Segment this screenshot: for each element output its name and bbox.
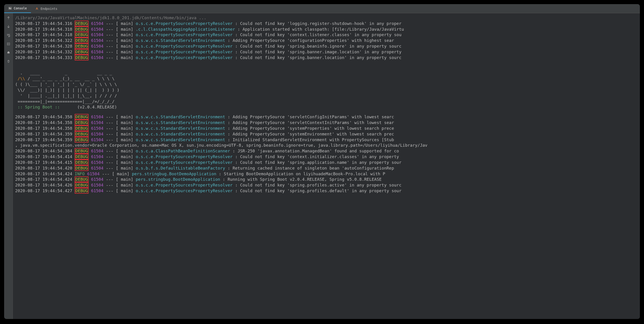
logger: .c.l.ClasspathLoggingApplicationListener (136, 27, 235, 31)
pid: 61504 (91, 120, 103, 125)
pid: 61504 (91, 166, 103, 170)
pid: 61504 (91, 114, 103, 119)
log-line: 2020-08-17 19:44:54.420 DEBUG 61504 --- … (15, 165, 638, 171)
log-level: DEBUG (75, 55, 88, 60)
log-level: DEBUG (75, 131, 88, 137)
log-level: DEBUG (75, 120, 88, 125)
log-level: DEBUG (75, 160, 88, 165)
log-level: DEBUG (75, 49, 88, 55)
timestamp: 2020-08-17 19:44:54.358 (15, 114, 75, 119)
log-level: DEBUG (75, 137, 88, 143)
message: Could not find key 'context.initializer.… (240, 154, 399, 159)
log-line: 2020-08-17 19:44:54.424 INFO 61504 --- [… (15, 171, 638, 177)
timestamp: 2020-08-17 19:44:54.424 (15, 177, 75, 182)
message: Could not find key 'spring.banner.image.… (240, 49, 401, 54)
log-level: DEBUG (75, 32, 88, 37)
message: Adding PropertySource 'systemEnvironment… (232, 132, 394, 136)
logger: o.s.w.c.s.StandardServletEnvironment (136, 137, 228, 142)
message: Application started with classpath: [fil… (242, 27, 404, 31)
scroll-down-icon[interactable] (6, 24, 11, 29)
pid: 61504 (91, 126, 103, 131)
logger: o.s.c.e.PropertySourcesPropertyResolver (136, 188, 235, 193)
message: Adding PropertySource 'servletContextIni… (232, 120, 394, 125)
message: Could not find key 'spring.banner.locati… (240, 55, 401, 60)
thread: main (118, 132, 131, 136)
thread: main (118, 49, 131, 54)
thread: main (114, 171, 127, 176)
log-line: 2020-08-17 19:44:54.358 DEBUG 61504 --- … (15, 114, 638, 120)
timestamp: 2020-08-17 19:44:54.359 (15, 137, 75, 142)
pid: 61504 (91, 177, 103, 182)
command-line: /Library/Java/JavaVirtualMachines/jdk1.8… (15, 15, 638, 21)
logger: o.s.w.c.s.StandardServletEnvironment (136, 120, 228, 125)
log-line: 2020-08-17 19:44:54.358 DEBUG 61504 --- … (15, 126, 638, 131)
log-level: DEBUG (75, 148, 88, 154)
log-level: DEBUG (75, 188, 88, 194)
log-block: 2020-08-17 19:44:54.384 DEBUG 61504 --- … (15, 148, 638, 194)
message: Adding PropertySource 'systemProperties'… (232, 126, 394, 131)
logger: o.s.c.e.PropertySourcesPropertyResolver (136, 49, 235, 54)
clear-icon[interactable] (6, 59, 11, 64)
message: Could not find key 'logging.register-shu… (240, 21, 401, 26)
body: /Library/Java/JavaVirtualMachines/jdk1.8… (4, 13, 640, 319)
endpoints-icon (35, 7, 39, 10)
timestamp: 2020-08-17 19:44:54.316 (15, 21, 75, 26)
console-output[interactable]: /Library/Java/JavaVirtualMachines/jdk1.8… (13, 13, 640, 319)
logger: o.s.c.e.PropertySourcesPropertyResolver (136, 32, 235, 37)
thread: main (118, 166, 131, 170)
logger: o.s.c.e.PropertySourcesPropertyResolver (136, 160, 235, 165)
timestamp: 2020-08-17 19:44:54.384 (15, 149, 75, 153)
svg-rect-3 (8, 53, 9, 54)
pid: 61504 (91, 49, 103, 54)
logger: o.s.w.c.s.StandardServletEnvironment (136, 132, 228, 136)
logger: pers.stringbug.BootDemoApplication (132, 171, 219, 176)
timestamp: 2020-08-17 19:44:54.328 (15, 44, 75, 48)
thread: main (118, 154, 131, 159)
timestamp: 2020-08-17 19:44:54.420 (15, 166, 75, 170)
log-line: 2020-08-17 19:44:54.328 DEBUG 61504 --- … (15, 43, 638, 49)
log-line: 2020-08-17 19:44:54.415 DEBUG 61504 --- … (15, 160, 638, 165)
print-icon[interactable] (6, 50, 11, 55)
logger: o.s.w.c.s.StandardServletEnvironment (136, 114, 228, 119)
timestamp: 2020-08-17 19:44:54.424 (15, 171, 75, 176)
soft-wrap-icon[interactable] (6, 33, 11, 37)
message: Starting BootDemoApplication on liyihuad… (224, 171, 385, 176)
log-line: 2020-08-17 19:44:54.318 DEBUG 61504 --- … (15, 26, 638, 32)
scroll-to-end-icon[interactable] (6, 42, 11, 46)
log-line: 2020-08-17 19:44:54.358 DEBUG 61504 --- … (15, 120, 638, 126)
timestamp: 2020-08-17 19:44:54.358 (15, 126, 75, 131)
scroll-up-icon[interactable] (6, 15, 11, 20)
pid: 61504 (91, 160, 103, 165)
tab-endpoints[interactable]: Endpoints (31, 4, 62, 13)
log-line: 2020-08-17 19:44:54.333 DEBUG 61504 --- … (15, 55, 638, 61)
logger: o.s.c.e.PropertySourcesPropertyResolver (136, 55, 235, 60)
message: Could not find key 'spring.application.n… (240, 160, 401, 165)
log-line: 2020-08-17 19:44:54.424 DEBUG 61504 --- … (15, 177, 638, 182)
svg-rect-2 (8, 51, 9, 52)
log-line: 2020-08-17 19:44:54.426 DEBUG 61504 --- … (15, 182, 638, 188)
tabbar: Console Endpoints (4, 4, 640, 13)
log-block: 2020-08-17 19:44:54.316 DEBUG 61504 --- … (15, 21, 638, 65)
tab-console[interactable]: Console (4, 4, 31, 13)
log-level: DEBUG (75, 125, 88, 131)
message: Could not find key 'spring.beaninfo.igno… (240, 44, 401, 48)
timestamp: 2020-08-17 19:44:54.427 (15, 188, 75, 193)
thread: main (118, 149, 131, 153)
thread: main (118, 137, 131, 142)
console-icon (8, 6, 12, 10)
timestamp: 2020-08-17 19:44:54.322 (15, 38, 75, 43)
log-line: 2020-08-17 19:44:54.384 DEBUG 61504 --- … (15, 148, 638, 154)
pid: 61504 (91, 55, 103, 60)
timestamp: 2020-08-17 19:44:54.318 (15, 32, 75, 37)
message: Returning cached instance of singleton b… (232, 166, 394, 170)
log-line: 2020-08-17 19:44:54.332 DEBUG 61504 --- … (15, 49, 638, 55)
thread: main (118, 27, 131, 31)
log-level: DEBUG (75, 114, 88, 120)
log-line: 2020-08-17 19:44:54.316 DEBUG 61504 --- … (15, 21, 638, 26)
log-line: 2020-08-17 19:44:54.414 DEBUG 61504 --- … (15, 154, 638, 160)
pid: 61504 (87, 171, 100, 176)
log-level: DEBUG (75, 176, 88, 182)
spring-banner: . ____ _ __ _ _ /\\ / ___'_ __ _ _(_)_ _… (15, 65, 638, 110)
pid: 61504 (91, 132, 103, 136)
logger: o.s.b.f.s.DefaultListableBeanFactory (136, 166, 228, 170)
